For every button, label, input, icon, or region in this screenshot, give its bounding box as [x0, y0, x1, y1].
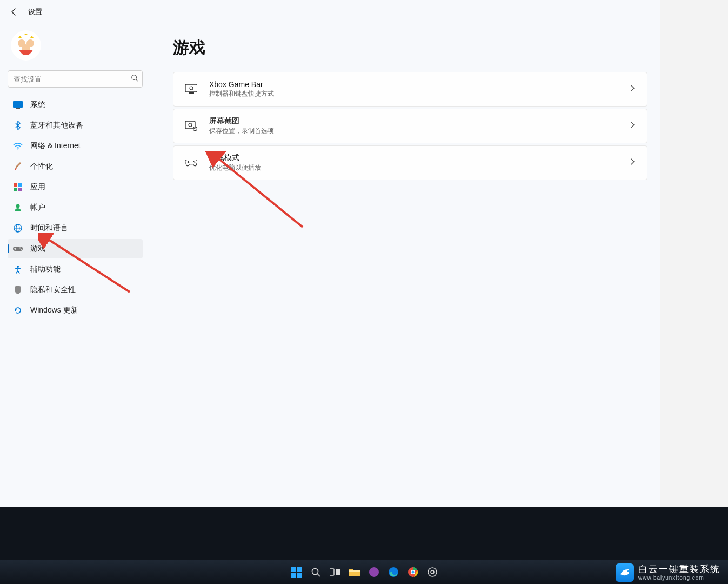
- task-view[interactable]: [328, 565, 343, 580]
- sidebar-item-label: 系统: [30, 100, 45, 110]
- sidebar-item-network[interactable]: 网络 & Internet: [8, 136, 143, 156]
- settings-cards: Xbox Game Bar 控制器和键盘快捷方式 屏幕截图: [173, 72, 647, 180]
- taskbar-app-chrome[interactable]: [405, 565, 420, 580]
- chevron-right-icon: [630, 121, 635, 131]
- svg-point-3: [132, 75, 137, 80]
- svg-rect-31: [297, 567, 302, 572]
- sidebar-item-label: 时间和语言: [30, 223, 68, 233]
- sidebar-item-label: 应用: [30, 182, 45, 192]
- card-subtitle: 控制器和键盘快捷方式: [209, 89, 618, 98]
- svg-point-12: [16, 204, 20, 208]
- update-icon: [13, 306, 23, 315]
- taskbar-app-settings[interactable]: [425, 565, 440, 580]
- svg-point-24: [189, 123, 192, 127]
- globe-icon: [13, 223, 23, 233]
- svg-rect-20: [185, 84, 197, 92]
- sidebar-item-time-language[interactable]: 时间和语言: [8, 218, 143, 238]
- card-screen-capture[interactable]: 屏幕截图 保存位置，录制首选项: [173, 109, 647, 143]
- sidebar-item-apps[interactable]: 应用: [8, 177, 143, 197]
- sidebar-item-privacy[interactable]: 隐私和安全性: [8, 280, 143, 300]
- bird-icon: [619, 567, 631, 579]
- task-view-icon: [330, 568, 340, 576]
- back-button[interactable]: [8, 5, 21, 18]
- search-icon: [131, 74, 138, 84]
- svg-point-26: [193, 161, 195, 162]
- svg-line-4: [136, 79, 138, 82]
- sidebar-item-accounts[interactable]: 帐户: [8, 198, 143, 217]
- svg-point-17: [19, 248, 21, 249]
- sidebar-item-windows-update[interactable]: Windows 更新: [8, 301, 143, 320]
- watermark-logo: [616, 563, 634, 582]
- search-input[interactable]: [8, 70, 143, 88]
- shield-icon: [13, 285, 23, 295]
- card-title: 游戏模式: [209, 153, 618, 163]
- sidebar-item-label: 游戏: [30, 244, 45, 254]
- svg-rect-37: [336, 569, 340, 575]
- svg-rect-36: [330, 569, 334, 575]
- card-subtitle: 保存位置，录制首选项: [209, 127, 618, 136]
- brush-icon: [13, 162, 23, 171]
- bluetooth-icon: [13, 121, 23, 130]
- taskbar-search[interactable]: [308, 565, 323, 580]
- svg-point-44: [428, 568, 437, 576]
- taskbar-app-edge[interactable]: [386, 565, 401, 580]
- arrow-left-icon: [10, 8, 18, 16]
- svg-point-43: [411, 571, 414, 574]
- sidebar-item-games[interactable]: 游戏: [8, 239, 143, 258]
- svg-rect-10: [14, 188, 17, 191]
- svg-rect-21: [189, 92, 194, 94]
- sidebar-item-label: 辅助功能: [30, 264, 61, 274]
- window-header: 设置: [0, 0, 660, 24]
- file-explorer[interactable]: [347, 565, 362, 580]
- sidebar-item-system[interactable]: 系统: [8, 95, 143, 115]
- avatar-icon: [14, 34, 38, 57]
- apps-icon: [13, 182, 23, 192]
- svg-rect-38: [349, 570, 360, 572]
- card-title: 屏幕截图: [209, 116, 618, 126]
- edge-icon: [388, 567, 399, 578]
- chevron-right-icon: [630, 158, 635, 168]
- svg-rect-30: [291, 567, 296, 572]
- wifi-icon: [13, 141, 23, 151]
- sidebar-item-accessibility[interactable]: 辅助功能: [8, 260, 143, 279]
- system-icon: [13, 100, 23, 110]
- chrome-icon: [408, 567, 418, 578]
- svg-rect-9: [18, 183, 22, 187]
- svg-point-39: [369, 567, 379, 577]
- svg-point-22: [190, 87, 193, 90]
- svg-point-27: [195, 162, 196, 163]
- search-icon: [311, 567, 320, 577]
- sidebar-item-personalization[interactable]: 个性化: [8, 157, 143, 176]
- svg-rect-8: [14, 183, 17, 187]
- taskbar: 白云一键重装系统 www.baiyunxitong.com: [0, 560, 728, 584]
- svg-rect-5: [13, 101, 23, 108]
- svg-rect-33: [297, 573, 302, 578]
- gear-icon: [427, 567, 438, 578]
- sidebar-item-label: 个性化: [30, 162, 53, 171]
- user-avatar: [11, 30, 41, 61]
- svg-rect-11: [18, 188, 22, 191]
- capture-icon: [185, 120, 197, 132]
- card-game-mode[interactable]: 游戏模式 优化电脑以便播放: [173, 145, 647, 180]
- sidebar-item-bluetooth[interactable]: 蓝牙和其他设备: [8, 116, 143, 135]
- user-icon: [13, 203, 23, 213]
- start-button[interactable]: [289, 565, 304, 580]
- main-content: 游戏 Xbox Game Bar 控制器和键盘快捷方式: [151, 24, 660, 507]
- app-title: 设置: [28, 7, 42, 17]
- card-title: Xbox Game Bar: [209, 80, 618, 89]
- watermark-url: www.baiyunxitong.com: [638, 575, 720, 581]
- gamepad-icon: [185, 157, 197, 169]
- svg-line-35: [317, 574, 320, 577]
- svg-point-34: [312, 569, 318, 575]
- taskbar-app-1[interactable]: [366, 565, 382, 580]
- xbox-bar-icon: [185, 83, 197, 95]
- svg-rect-32: [291, 573, 296, 578]
- sidebar-item-label: 网络 & Internet: [30, 141, 81, 151]
- card-subtitle: 优化电脑以便播放: [209, 163, 618, 172]
- card-xbox-game-bar[interactable]: Xbox Game Bar 控制器和键盘快捷方式: [173, 72, 647, 107]
- sidebar-nav: 系统 蓝牙和其他设备 网络 & Internet: [8, 95, 146, 320]
- circle-purple-icon: [369, 567, 379, 578]
- user-avatar-box[interactable]: [8, 27, 146, 68]
- search-box: [8, 70, 143, 88]
- svg-rect-6: [16, 108, 20, 109]
